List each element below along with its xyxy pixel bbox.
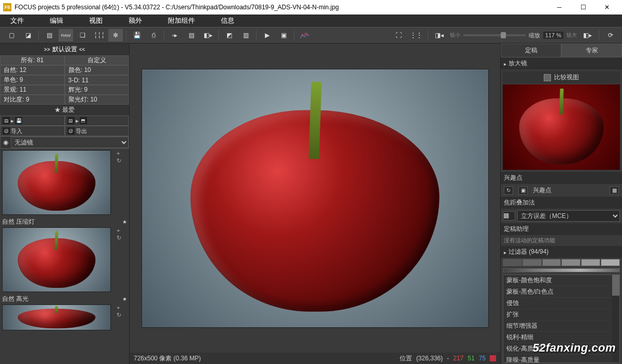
menu-edit[interactable]: 编辑 xyxy=(50,16,63,25)
stack-method-select[interactable]: 立方误差（MCE） xyxy=(517,210,620,222)
close-button[interactable]: ✕ xyxy=(595,0,619,14)
cat-all[interactable]: 所有: 81 xyxy=(0,55,65,65)
compare-toggle[interactable] xyxy=(544,74,551,81)
export-button[interactable]: @ 导出 xyxy=(65,126,130,136)
image-dimensions: 726x500 像素 (0.36 MP) xyxy=(134,354,201,363)
add-icon[interactable]: + xyxy=(117,304,121,311)
filter-indicator-icon: ◉ xyxy=(1,139,11,146)
menu-addons[interactable]: 附加组件 xyxy=(168,16,195,25)
interest-target-icon[interactable]: ▣ xyxy=(518,186,528,195)
filter-colorbar[interactable] xyxy=(503,268,620,272)
preset-thumb-2[interactable]: 自然 压缩灯 ★ +↻ xyxy=(0,216,129,292)
histogram-icon[interactable] xyxy=(298,29,312,41)
tab-final[interactable]: 定稿 xyxy=(501,43,561,57)
zoom-fit-icon[interactable]: ◨◂ xyxy=(432,29,447,41)
cat-mono[interactable]: 单色: 9 xyxy=(0,75,65,85)
cat-3d[interactable]: 3-D: 11 xyxy=(65,75,130,85)
new-icon[interactable]: ▢ xyxy=(4,29,19,41)
zoom-value[interactable]: 117 % xyxy=(543,32,563,39)
image-viewport[interactable] xyxy=(130,43,500,353)
import-preset-1[interactable]: ▤▸💾 xyxy=(0,115,65,126)
preset-thumb-1[interactable]: +↻ xyxy=(0,150,129,215)
play-icon[interactable]: ▶ xyxy=(260,29,274,41)
import-button[interactable]: @ 导入 xyxy=(0,126,65,136)
filters-header[interactable]: 过滤器 (94/94) xyxy=(501,246,622,258)
raw-icon[interactable]: RAW xyxy=(59,29,73,41)
cat-color[interactable]: 颜色: 10 xyxy=(65,65,130,75)
print-icon[interactable]: ⎙ xyxy=(146,29,161,41)
window-title: FOCUS projects 5 professional (64位) - V5… xyxy=(15,3,547,12)
star-icon[interactable]: ★ xyxy=(122,219,127,225)
menu-file[interactable]: 文件 xyxy=(10,16,24,25)
fullscreen-icon[interactable]: ⛶ xyxy=(391,29,406,41)
maximize-button[interactable]: ☐ xyxy=(571,0,595,14)
assistant-header[interactable]: 定稿助理 xyxy=(501,223,622,235)
batch-icon[interactable]: ▤ xyxy=(42,29,56,41)
menu-bar: 文件 编辑 视图 额外 附加组件 信息 xyxy=(0,14,622,27)
export-preset-1[interactable]: ▤▸⬒ xyxy=(65,115,130,126)
crop-icon[interactable]: ◩ xyxy=(222,29,236,41)
filter-cat-1[interactable] xyxy=(503,259,522,266)
cat-spotlight[interactable]: 聚光灯: 10 xyxy=(65,95,130,105)
preset-categories: 所有: 81 自定义 自然: 12 颜色: 10 单色: 9 3-D: 11 景… xyxy=(0,55,129,105)
stack-method-icon[interactable]: ▩ xyxy=(503,211,515,221)
grid-icon[interactable]: ⋮⋮ xyxy=(409,29,423,41)
cat-nature[interactable]: 自然: 12 xyxy=(0,65,65,75)
filter-item[interactable]: 蒙板-颜色饱和度 xyxy=(503,275,619,286)
filter-item[interactable]: 侵蚀 xyxy=(503,298,619,309)
refresh-icon[interactable]: ↻ xyxy=(117,157,121,164)
filter-cat-5[interactable] xyxy=(581,259,600,266)
open-icon[interactable]: ◪ xyxy=(21,29,35,41)
sliders-icon[interactable]: ╎╎╎ xyxy=(92,29,106,41)
refresh-icon[interactable]: ↻ xyxy=(117,235,121,241)
cat-custom[interactable]: 自定义 xyxy=(65,55,130,65)
preview-icon[interactable]: ▣ xyxy=(276,29,291,41)
cat-contrast[interactable]: 对比度: 9 xyxy=(0,95,65,105)
filter-cat-3[interactable] xyxy=(542,259,561,266)
tab-expert[interactable]: 专家 xyxy=(561,43,622,57)
filter-cat-4[interactable] xyxy=(561,259,581,266)
rotate-icon[interactable]: ⟳ xyxy=(603,29,618,41)
filter-cat-6[interactable] xyxy=(601,259,620,266)
menu-extra[interactable]: 额外 xyxy=(129,16,142,25)
cursor-pos: (326,336) xyxy=(416,355,443,362)
menu-info[interactable]: 信息 xyxy=(221,16,234,25)
presets-header[interactable]: >>默认设置<< xyxy=(0,43,129,55)
magnifier-header[interactable]: 放大镜 xyxy=(501,57,622,69)
gear-icon[interactable]: ✻ xyxy=(108,29,123,41)
interest-settings-icon[interactable]: ▦ xyxy=(610,186,619,195)
status-bar: 726x500 像素 (0.36 MP) 位置 (326,336) - 217 … xyxy=(130,353,500,364)
star-icon[interactable]: ★ xyxy=(122,296,127,302)
interest-header[interactable]: 兴趣点 xyxy=(501,172,622,184)
minimize-button[interactable]: ─ xyxy=(547,0,571,14)
cat-landscape[interactable]: 景观: 11 xyxy=(0,85,65,95)
export3-icon[interactable]: ◧▸ xyxy=(201,29,215,41)
layers-icon[interactable]: ❏ xyxy=(75,29,90,41)
add-icon[interactable]: + xyxy=(117,227,121,234)
interest-refresh-icon[interactable]: ↻ xyxy=(504,186,513,195)
filter-item[interactable]: 细节增强器 xyxy=(503,321,619,332)
export1-icon[interactable]: ▫▸ xyxy=(167,29,182,41)
filter-item[interactable]: 蒙板-黑色/白色点 xyxy=(503,286,619,298)
refresh-icon[interactable]: ↻ xyxy=(117,312,121,318)
zoom-actual-icon[interactable]: ◧▸ xyxy=(580,29,595,41)
cat-glow[interactable]: 辉光: 9 xyxy=(65,85,130,95)
export2-icon[interactable]: ▤ xyxy=(184,29,199,41)
menu-view[interactable]: 视图 xyxy=(89,16,103,25)
preset-thumb-3[interactable]: 自然 高光 ★ +↻ xyxy=(0,294,129,330)
magnifier-preview[interactable] xyxy=(503,84,620,170)
filter-cat-2[interactable] xyxy=(522,259,542,266)
compare-icon[interactable]: ▥ xyxy=(238,29,253,41)
favorites-row[interactable]: ★ 最爱 xyxy=(0,105,129,115)
expert-panel: 定稿 专家 放大镜 比较视图 兴趣点 ↻ ▣ 兴趣点 ▦ 焦距叠加法 ▩ 立方误… xyxy=(500,43,622,364)
watermark: 52fanxing.com xyxy=(532,341,616,355)
app-icon: F5 xyxy=(3,3,11,11)
save-icon[interactable]: 💾 xyxy=(130,29,144,41)
filter-select[interactable]: 无滤镜 xyxy=(11,137,129,148)
stack-header[interactable]: 焦距叠加法 xyxy=(501,197,622,209)
filter-item[interactable]: 扩张 xyxy=(503,309,619,321)
add-icon[interactable]: + xyxy=(117,150,121,156)
pixel-b: 75 xyxy=(479,355,486,362)
zoom-slider[interactable] xyxy=(463,34,526,36)
filter-item[interactable]: 降噪-高质量 xyxy=(503,355,619,363)
